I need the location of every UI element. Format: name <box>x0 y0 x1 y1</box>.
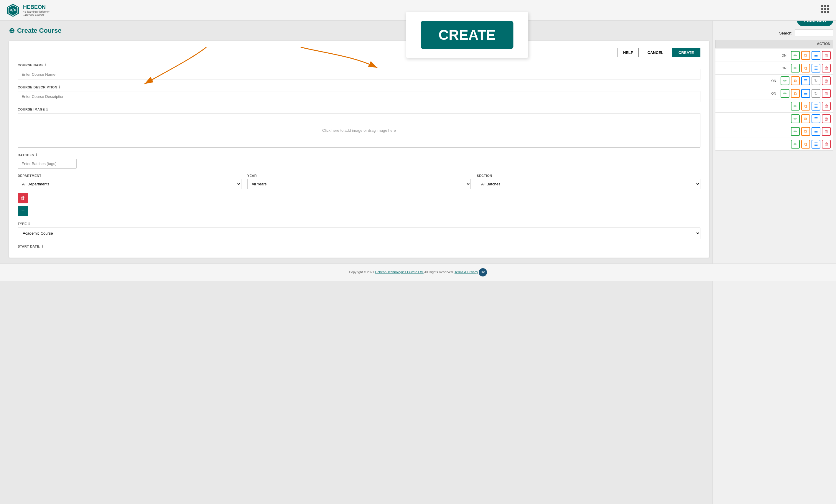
svg-rect-10 <box>824 11 826 13</box>
svg-text:</>: </> <box>10 8 16 12</box>
course-name-input[interactable] <box>18 69 700 80</box>
copy-button[interactable]: ⧉ <box>801 114 810 123</box>
edit-button[interactable]: ✏ <box>791 140 800 149</box>
svg-rect-9 <box>821 11 823 13</box>
action-col-header: ACTION <box>817 42 830 46</box>
grid-icon[interactable] <box>821 4 830 14</box>
table-row: ✏ ⧉ ☰ 🗑 <box>716 138 833 151</box>
batches-input[interactable] <box>18 159 77 169</box>
edit-button[interactable]: ✏ <box>791 127 800 136</box>
callout-create-button[interactable]: CREATE <box>421 21 513 49</box>
list-button[interactable]: ☰ <box>801 76 810 85</box>
course-desc-info-icon: ℹ <box>59 85 60 89</box>
refresh-button[interactable]: ↻ <box>812 76 820 85</box>
row-label: ON <box>782 66 787 70</box>
main-content: ⊕ Create Course HELP CANCEL CREATE COURS… <box>0 21 718 264</box>
svg-rect-11 <box>827 11 829 13</box>
start-date-label: START DATE: ℹ <box>18 244 700 249</box>
edit-button[interactable]: ✏ <box>791 51 800 60</box>
delete-button[interactable]: 🗑 <box>822 76 831 85</box>
add-row-button[interactable]: + <box>18 206 28 216</box>
list-button[interactable]: ☰ <box>812 127 820 136</box>
delete-button[interactable]: 🗑 <box>822 114 831 123</box>
privacy-link[interactable]: Terms & Privacy <box>455 270 478 274</box>
iso-badge: ISO <box>479 268 487 276</box>
copy-button[interactable]: ⧉ <box>801 127 810 136</box>
edit-button[interactable]: ✏ <box>791 64 800 73</box>
type-label: TYPE ℹ <box>18 221 700 226</box>
year-select[interactable]: All Years <box>247 179 471 189</box>
batches-label: BATCHES ℹ <box>18 153 700 157</box>
cancel-button[interactable]: CANCEL <box>642 48 669 57</box>
delete-button[interactable]: 🗑 <box>822 140 831 149</box>
copy-button[interactable]: ⧉ <box>801 64 810 73</box>
year-group: YEAR All Years <box>247 174 471 189</box>
list-button[interactable]: ☰ <box>812 64 820 73</box>
course-name-label: COURSE NAME ℹ <box>18 63 700 67</box>
table-row: ✏ ⧉ ☰ 🗑 <box>716 113 833 125</box>
course-image-info-icon: ℹ <box>46 107 48 111</box>
svg-rect-4 <box>824 5 826 7</box>
table-row: ON ✏ ⧉ ☰ ↻ 🗑 <box>716 75 833 87</box>
refresh-button[interactable]: ↻ <box>812 89 820 98</box>
form-toolbar: HELP CANCEL CREATE <box>18 48 700 57</box>
row-actions: 🗑 + <box>18 193 700 216</box>
svg-rect-7 <box>824 8 826 10</box>
list-button[interactable]: ☰ <box>812 102 820 111</box>
footer: Copyright © 2021 Hebeon Technologies Pri… <box>0 264 836 281</box>
delete-button[interactable]: 🗑 <box>822 102 831 111</box>
list-button[interactable]: ☰ <box>812 51 820 60</box>
section-select[interactable]: All Batches <box>477 179 700 189</box>
help-button[interactable]: HELP <box>618 48 639 57</box>
department-label: DEPARTMENT <box>18 174 242 177</box>
section-group: SECTION All Batches <box>477 174 700 189</box>
copy-button[interactable]: ⧉ <box>791 89 800 98</box>
list-button[interactable]: ☰ <box>801 89 810 98</box>
start-date-info-icon: ℹ <box>42 244 44 249</box>
logo-icon: </> <box>6 3 20 17</box>
delete-button[interactable]: 🗑 <box>822 64 831 73</box>
create-course-icon: ⊕ <box>9 26 15 35</box>
svg-rect-6 <box>821 8 823 10</box>
search-label: Search: <box>779 31 792 35</box>
company-link[interactable]: Hebeon Technologies Private Ltd. <box>375 270 424 274</box>
logo-text: HEBEON <E-learning Platform/> ...Beyond … <box>23 4 50 16</box>
edit-button[interactable]: ✏ <box>781 76 790 85</box>
create-button[interactable]: CREATE <box>672 48 700 57</box>
copy-button[interactable]: ⧉ <box>801 51 810 60</box>
copy-button[interactable]: ⧉ <box>791 76 800 85</box>
edit-button[interactable]: ✏ <box>791 102 800 111</box>
svg-rect-8 <box>827 8 829 10</box>
row-label: ON <box>772 79 776 82</box>
svg-rect-5 <box>827 5 829 7</box>
edit-button[interactable]: ✏ <box>781 89 790 98</box>
grid-icon-wrap <box>821 4 830 15</box>
copy-button[interactable]: ⧉ <box>801 102 810 111</box>
search-input[interactable] <box>795 30 833 37</box>
callout-bubble: CREATE <box>406 12 528 58</box>
table-row: ✏ ⧉ ☰ 🗑 <box>716 100 833 113</box>
edit-button[interactable]: ✏ <box>791 114 800 123</box>
year-label: YEAR <box>247 174 471 177</box>
delete-button[interactable]: 🗑 <box>822 127 831 136</box>
department-group: DEPARTMENT All Departments <box>18 174 242 189</box>
list-button[interactable]: ☰ <box>812 114 820 123</box>
table-row: ON ✏ ⧉ ☰ 🗑 <box>716 62 833 75</box>
copy-button[interactable]: ⧉ <box>801 140 810 149</box>
list-button[interactable]: ☰ <box>812 140 820 149</box>
right-panel: BACK + ADD NEW Search: ACTION ON ✏ ⧉ ☰ 🗑… <box>712 0 836 504</box>
course-desc-input[interactable] <box>18 91 700 102</box>
dropdowns-row: DEPARTMENT All Departments YEAR All Year… <box>18 174 700 189</box>
row-label: ON <box>782 54 787 57</box>
type-select[interactable]: Academic Course Professional Course Work… <box>18 228 700 239</box>
delete-button[interactable]: 🗑 <box>822 89 831 98</box>
course-name-info-icon: ℹ <box>45 63 47 67</box>
department-select[interactable]: All Departments <box>18 179 242 189</box>
delete-button[interactable]: 🗑 <box>822 51 831 60</box>
course-desc-label: COURSE DESCRIPTION ℹ <box>18 85 700 89</box>
remove-row-button[interactable]: 🗑 <box>18 193 28 203</box>
image-upload-area[interactable]: Click here to add image or drag image he… <box>18 113 700 148</box>
type-info-icon: ℹ <box>28 221 30 226</box>
table-row: ON ✏ ⧉ ☰ ↻ 🗑 <box>716 87 833 100</box>
logo-area: </> HEBEON <E-learning Platform/> ...Bey… <box>6 3 50 17</box>
